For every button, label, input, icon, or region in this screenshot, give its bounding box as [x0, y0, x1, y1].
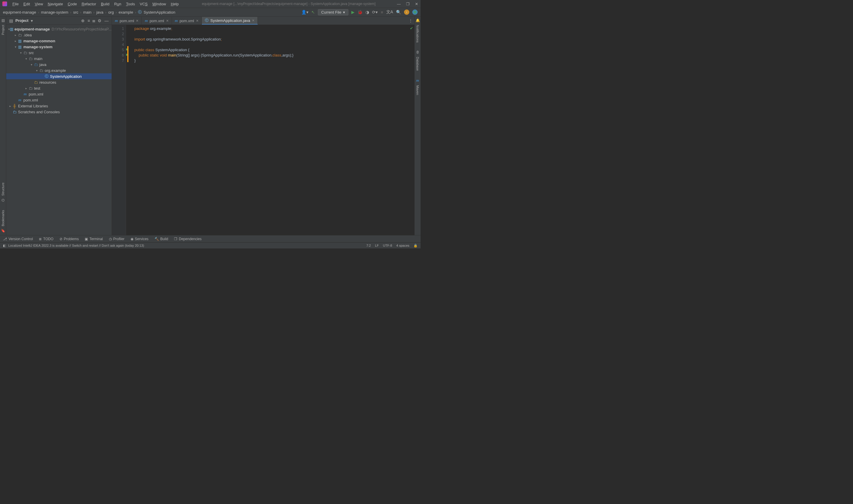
menu-code[interactable]: Code	[66, 1, 79, 7]
line-number: 4	[112, 42, 124, 47]
database-tool-button[interactable]: 🛢 Database	[416, 50, 419, 72]
crumb[interactable]: SystemApplication	[143, 10, 175, 15]
minimize-icon[interactable]: ―	[397, 2, 401, 6]
hide-icon[interactable]: —	[104, 18, 109, 23]
tree-label: pom.xml	[29, 92, 43, 96]
tree-scratches[interactable]: 🗀 Scratches and Consoles	[6, 109, 111, 115]
editor-tab[interactable]: mpom.xml✕	[112, 17, 142, 24]
tree-pom-1[interactable]: m pom.xml	[6, 91, 111, 97]
structure-tool-button[interactable]: Structure ⌬	[1, 181, 5, 202]
close-tab-icon[interactable]: ✕	[196, 19, 198, 23]
profiler-button[interactable]: ◷Profiler	[109, 237, 125, 241]
crumb[interactable]: main	[83, 10, 91, 15]
tree-common[interactable]: ▸ ▥ manage-common	[6, 38, 111, 44]
tree-main[interactable]: ▾ 🗀 main	[6, 56, 111, 61]
run-config-selector[interactable]: Current File ▾	[318, 9, 348, 15]
tree-system[interactable]: ▾ ▥ manage-system	[6, 44, 111, 50]
chevron-right-icon: ›	[80, 10, 82, 15]
close-tab-icon[interactable]: ✕	[166, 19, 169, 23]
close-tab-icon[interactable]: ✕	[136, 19, 139, 23]
terminal-icon: ▣	[85, 237, 88, 241]
menu-build[interactable]: Build	[99, 1, 111, 7]
dependencies-button[interactable]: ❒Dependencies	[174, 237, 202, 241]
lock-icon[interactable]: 🔒	[414, 244, 418, 248]
indent-setting[interactable]: 4 spaces	[396, 244, 409, 247]
tree-src[interactable]: ▾ 🗀 src	[6, 50, 111, 56]
crumb[interactable]: equipment-manage	[3, 10, 36, 15]
maximize-icon[interactable]: ❐	[406, 2, 410, 6]
crumb[interactable]: manage-system	[41, 10, 68, 15]
notifications-label: Notifications	[416, 23, 419, 44]
code-content[interactable]: package org.example; import org.springfr…	[126, 25, 414, 235]
version-control-button[interactable]: ⎇Version Control	[3, 237, 33, 241]
menu-tools[interactable]: Tools	[124, 1, 137, 7]
close-tab-icon[interactable]: ✕	[252, 19, 255, 22]
menu-window[interactable]: Window	[151, 1, 168, 7]
editor-tab[interactable]: mpom.xml✕	[172, 17, 202, 24]
menu-refactor[interactable]: Refactor	[80, 1, 98, 7]
tree-pom-2[interactable]: m pom.xml	[6, 97, 111, 103]
services-button[interactable]: ◉Services	[130, 237, 149, 241]
chevron-down-icon[interactable]: ▾	[30, 18, 33, 23]
profiler-icon[interactable]: ⟳▾	[372, 10, 378, 15]
build-button[interactable]: 🔨Build	[155, 237, 169, 241]
tree-label: test	[34, 86, 40, 90]
tree-idea[interactable]: ▸ 🗀 .idea	[6, 32, 111, 38]
avatar-icon[interactable]: ↑	[404, 10, 409, 15]
crumb[interactable]: java	[96, 10, 103, 15]
code-with-me-icon[interactable]	[412, 10, 418, 15]
translate-icon[interactable]: 文A	[386, 10, 393, 15]
tree-external-libs[interactable]: ▸ ╫ External Libraries	[6, 103, 111, 109]
crumb[interactable]: example	[119, 10, 133, 15]
menu-help[interactable]: Help	[169, 1, 180, 7]
code-editor[interactable]: 1 2 3 4 5 6 7 ▶ ▶ package org.example; i…	[112, 25, 414, 235]
problems-button[interactable]: ⊘Problems	[59, 237, 79, 241]
tree-resources[interactable]: 🗀 resources	[6, 79, 111, 85]
maven-tool-button[interactable]: m Maven	[416, 78, 419, 97]
expand-all-icon[interactable]: ≡	[87, 18, 90, 23]
tree-package[interactable]: ▾ 🗀 org.example	[6, 68, 111, 73]
menu-view[interactable]: View	[33, 1, 45, 7]
stop-icon[interactable]: ■	[381, 10, 383, 15]
menu-vcs[interactable]: VCS	[138, 1, 150, 7]
collapse-all-icon[interactable]: ≣	[91, 18, 95, 23]
editor-tab-active[interactable]: ⒸSystemApplication.java✕	[202, 17, 258, 24]
back-icon[interactable]: ↖	[311, 10, 315, 15]
menu-file[interactable]: File	[11, 1, 20, 7]
notifications-tool-button[interactable]: 🔔 Notifications	[416, 18, 420, 44]
terminal-button[interactable]: ▣Terminal	[85, 237, 103, 241]
caret-position[interactable]: 7:2	[366, 244, 371, 247]
todo-button[interactable]: ≣TODO	[39, 237, 53, 241]
editor-tab[interactable]: mpom.xml✕	[142, 17, 172, 24]
file-encoding[interactable]: UTF-8	[383, 244, 392, 247]
coverage-icon[interactable]: ◑	[366, 10, 369, 15]
status-message[interactable]: Localized IntelliJ IDEA 2022.3 is availa…	[8, 244, 144, 247]
debug-icon[interactable]: 🐞	[358, 10, 363, 15]
menu-run[interactable]: Run	[112, 1, 123, 7]
run-icon[interactable]: ▶	[351, 10, 354, 15]
chevron-right-icon: ›	[135, 10, 136, 15]
project-tool-button[interactable]: ▤ Project	[1, 18, 5, 37]
project-tool-window: ▤ Project ▾ ⊕ ≡ ≣ ⚙ — ▾ ▥ equipment-mana…	[6, 17, 112, 235]
more-tabs-icon[interactable]: ⋮	[409, 18, 413, 23]
select-opened-file-icon[interactable]: ⊕	[81, 18, 85, 23]
package-icon: 🗀	[39, 68, 43, 73]
search-icon[interactable]: 🔍	[396, 10, 401, 15]
change-marker	[127, 46, 128, 62]
tree-test[interactable]: ▸ 🗀 test	[6, 85, 111, 91]
tree-root[interactable]: ▾ ▥ equipment-manage D:\YhcResource\myPr…	[6, 26, 111, 32]
bookmarks-tool-button[interactable]: Bookmarks 🔖	[1, 208, 5, 233]
menu-edit[interactable]: Edit	[22, 1, 32, 7]
inspection-ok-icon[interactable]: ✔	[410, 26, 413, 31]
services-icon: ◉	[130, 237, 134, 241]
crumb[interactable]: org	[108, 10, 114, 15]
status-tool-windows-icon[interactable]: ◧	[3, 244, 6, 248]
gear-icon[interactable]: ⚙	[97, 18, 102, 23]
tree-class-selected[interactable]: Ⓒ SystemApplication	[6, 73, 111, 79]
line-separator[interactable]: LF	[375, 244, 379, 247]
crumb[interactable]: src	[73, 10, 78, 15]
close-icon[interactable]: ✕	[415, 2, 418, 6]
tree-java[interactable]: ▾ 🗀 java	[6, 61, 111, 68]
add-user-icon[interactable]: 👤▾	[301, 10, 309, 15]
menu-navigate[interactable]: Navigate	[46, 1, 65, 7]
